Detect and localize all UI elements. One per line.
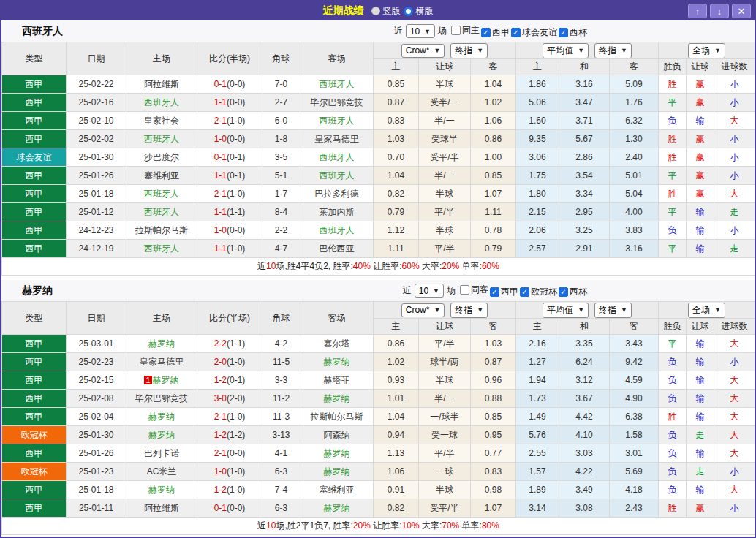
recent-results-panel: 近期战绩 竖版 横版 ↑ ↓ ✕ 西班牙人 近 10▼ 场 同主✓西甲✓球会友谊… <box>0 0 756 538</box>
odds-company-select[interactable]: Crow*▼ <box>401 303 445 317</box>
handicap-line: 半/一 <box>419 112 471 130</box>
handicap-line: 平/半 <box>419 203 471 221</box>
match-date: 25-01-12 <box>67 203 126 221</box>
fulltime-select[interactable]: 全场▼ <box>688 43 725 58</box>
avg-home-odds: 2.16 <box>516 335 559 353</box>
handicap-line: 半球 <box>419 221 471 240</box>
filter-group: 同主✓西甲✓球会友谊✓西杯 <box>450 24 587 39</box>
chevron-down-icon: ▼ <box>578 47 584 54</box>
checked-checkbox[interactable]: ✓ <box>481 28 491 37</box>
league-badge: 西甲 <box>2 112 67 130</box>
col-header-home: 主场 <box>126 302 197 335</box>
checked-checkbox[interactable]: ✓ <box>520 287 529 297</box>
company-home-odds: 0.70 <box>374 148 419 167</box>
avg-draw-odds: 2.86 <box>559 148 610 167</box>
col-header-corner: 角球 <box>262 302 300 335</box>
match-result: 胜 <box>659 499 687 518</box>
avg-odds-header: 平均值▼ 终指▼ <box>516 302 659 319</box>
handicap-result: 输 <box>687 203 714 221</box>
recent-count-select[interactable]: 10▼ <box>415 284 444 298</box>
page-title: 近期战绩 <box>323 4 364 18</box>
avg-odds-select[interactable]: 平均值▼ <box>543 303 589 318</box>
company-home-odds: 1.06 <box>374 463 419 481</box>
league-badge: 西甲 <box>2 240 67 258</box>
team-section-girona: 赫罗纳 近 10▼ 场 同客✓西甲✓欧冠杯✓西杯 类型 日期 主场 比分(半场) <box>1 280 755 535</box>
chevron-down-icon: ▼ <box>714 306 721 314</box>
sub-header-away-odds: 客 <box>471 319 516 335</box>
score: 1-1(1-0) <box>197 240 262 258</box>
table-row: 球会友谊25-01-30沙巴度尔0-1(0-1)3-5西班牙人0.70受平/半1… <box>2 148 755 167</box>
avg-time-select[interactable]: 终指▼ <box>594 303 632 318</box>
company-home-odds: 0.82 <box>374 185 419 203</box>
vertical-layout-label: 竖版 <box>383 5 401 18</box>
match-date: 25-02-23 <box>67 353 126 371</box>
company-home-odds: 1.12 <box>374 221 419 240</box>
goals-result: 小 <box>714 499 755 518</box>
sub-header-result: 胜负 <box>659 319 687 335</box>
handicap-result: 赢 <box>687 499 714 518</box>
sub-header-handicap: 让球 <box>419 59 471 75</box>
chevron-down-icon: ▼ <box>477 47 483 54</box>
corner-score: 6-3 <box>262 499 300 518</box>
company-away-odds: 0.95 <box>471 426 516 444</box>
unchecked-checkbox[interactable] <box>460 285 469 295</box>
match-result: 负 <box>659 112 687 130</box>
match-date: 24-12-19 <box>67 240 126 258</box>
goals-result: 大 <box>714 335 755 353</box>
corner-score: 6-3 <box>262 463 300 481</box>
odds-time-select[interactable]: 终指▼ <box>450 43 488 58</box>
avg-away-odds: 4.90 <box>610 390 659 408</box>
home-team: 西班牙人 <box>126 203 197 221</box>
checked-checkbox[interactable]: ✓ <box>490 287 499 297</box>
away-team: 赫罗纳 <box>300 499 374 518</box>
goals-result: 小 <box>714 167 755 185</box>
score: 1-2(1-0) <box>197 481 262 499</box>
avg-home-odds: 2.06 <box>516 221 559 240</box>
company-away-odds: 1.00 <box>471 148 516 167</box>
league-badge: 西甲 <box>2 185 67 203</box>
fulltime-select[interactable]: 全场▼ <box>688 303 725 318</box>
away-team: 莱加内斯 <box>300 203 374 221</box>
avg-home-odds: 1.80 <box>516 185 559 203</box>
handicap-line: 受一球 <box>419 426 471 444</box>
league-badge: 西甲 <box>2 408 67 426</box>
avg-away-odds: 5.09 <box>610 75 659 94</box>
odds-company-select[interactable]: Crow*▼ <box>401 44 445 58</box>
match-date: 25-03-01 <box>67 335 126 353</box>
checked-checkbox[interactable]: ✓ <box>511 28 521 37</box>
match-result: 负 <box>659 353 687 371</box>
move-up-button[interactable]: ↑ <box>688 4 707 18</box>
company-away-odds: 1.02 <box>471 94 516 112</box>
match-result: 平 <box>659 167 687 185</box>
avg-home-odds: 9.35 <box>516 130 559 148</box>
home-team: 沙巴度尔 <box>126 148 197 167</box>
sub-header-home-odds: 主 <box>374 319 419 335</box>
unchecked-checkbox[interactable] <box>451 26 461 35</box>
handicap-result: 输 <box>687 444 714 463</box>
horizontal-layout-label: 横版 <box>416 5 434 18</box>
match-result: 平 <box>659 94 687 112</box>
handicap-line: 半/一 <box>419 390 471 408</box>
avg-away-odds: 3.01 <box>610 444 659 463</box>
home-team: 西班牙人 <box>126 240 197 258</box>
checked-checkbox[interactable]: ✓ <box>559 28 568 37</box>
avg-away-odds: 1.58 <box>610 426 659 444</box>
close-button[interactable]: ✕ <box>732 4 751 18</box>
match-result: 负 <box>659 481 687 499</box>
avg-time-select[interactable]: 终指▼ <box>594 43 632 58</box>
chevron-down-icon: ▼ <box>434 306 440 314</box>
avg-odds-select[interactable]: 平均值▼ <box>543 43 589 58</box>
filter-label: 同客 <box>471 284 488 296</box>
goals-result: 大 <box>714 481 755 499</box>
league-badge: 西甲 <box>2 499 67 518</box>
checked-checkbox[interactable]: ✓ <box>559 287 568 297</box>
odds-time-select[interactable]: 终指▼ <box>450 303 488 318</box>
goals-result: 小 <box>714 75 755 94</box>
handicap-line: 半/一 <box>419 167 471 185</box>
corner-score: 11-3 <box>262 408 300 426</box>
vertical-layout-radio[interactable] <box>371 7 380 15</box>
move-down-button[interactable]: ↓ <box>710 4 729 18</box>
recent-count-select[interactable]: 10▼ <box>406 24 435 38</box>
match-date: 25-01-11 <box>67 499 126 518</box>
horizontal-layout-radio[interactable] <box>404 7 413 16</box>
